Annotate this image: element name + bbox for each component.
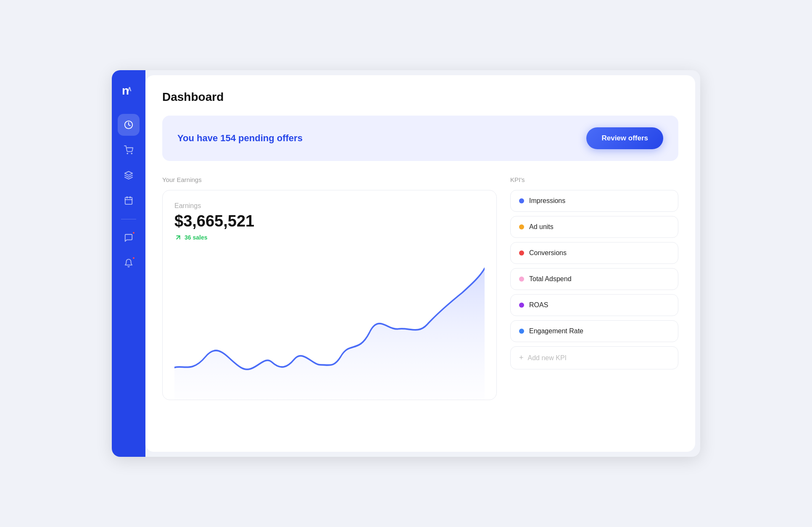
app-shell: n ∧ (112, 70, 700, 457)
sidebar-item-cart[interactable] (118, 139, 140, 161)
earnings-sales-count: 36 sales (185, 234, 208, 241)
earnings-card: Earnings $3,665,521 36 sales (162, 190, 497, 400)
pending-offers-banner: You have 154 pending offers Review offer… (162, 116, 678, 161)
kpi-dot-total-adspend (519, 277, 524, 282)
banner-message: You have 154 pending offers (177, 133, 303, 144)
sidebar-item-layers[interactable] (118, 164, 140, 186)
trend-up-icon (174, 234, 182, 241)
app-logo[interactable]: n ∧ (120, 82, 137, 100)
earnings-chart (174, 250, 485, 400)
sidebar-item-notifications[interactable] (118, 252, 140, 274)
sidebar-item-messages[interactable] (118, 227, 140, 249)
page-title: Dashboard (162, 90, 678, 104)
kpi-name-impressions: Impressions (529, 197, 565, 205)
review-offers-button[interactable]: Review offers (586, 127, 663, 149)
earnings-amount: $3,665,521 (174, 212, 485, 230)
svg-marker-5 (125, 171, 132, 175)
kpi-item-total-adspend[interactable]: Total Adspend (510, 268, 678, 290)
sidebar: n ∧ (112, 70, 145, 457)
kpi-item-conversions[interactable]: Conversions (510, 242, 678, 264)
kpi-name-conversions: Conversions (529, 249, 567, 257)
svg-line-10 (177, 236, 180, 239)
sidebar-item-calendar[interactable] (118, 190, 140, 211)
sidebar-divider (121, 219, 136, 219)
kpi-dot-ad-units (519, 224, 524, 229)
svg-point-3 (127, 153, 128, 154)
kpi-dot-impressions (519, 198, 524, 203)
kpi-add-label: Add new KPI (528, 354, 567, 362)
kpi-list: Impressions Ad units Conversions Total A… (510, 190, 678, 342)
notifications-notification-dot (132, 256, 135, 260)
kpi-section: KPI's Impressions Ad units Conversions T… (510, 176, 678, 400)
kpi-section-label: KPI's (510, 176, 678, 183)
svg-rect-6 (125, 198, 132, 205)
messages-notification-dot (132, 231, 135, 235)
earnings-card-label: Earnings (174, 202, 485, 210)
kpi-item-ad-units[interactable]: Ad units (510, 216, 678, 238)
kpi-dot-conversions (519, 250, 524, 256)
svg-point-4 (131, 153, 132, 154)
earnings-trend: 36 sales (174, 234, 485, 241)
kpi-name-ad-units: Ad units (529, 223, 554, 231)
kpi-name-total-adspend: Total Adspend (529, 275, 572, 283)
kpi-name-roas: ROAS (529, 301, 548, 309)
kpi-item-engagement-rate[interactable]: Engagement Rate (510, 320, 678, 342)
kpi-item-roas[interactable]: ROAS (510, 294, 678, 316)
main-content: Dashboard You have 154 pending offers Re… (145, 75, 695, 452)
kpi-plus-icon: + (519, 353, 524, 362)
kpi-name-engagement-rate: Engagement Rate (529, 327, 583, 335)
svg-text:∧: ∧ (127, 85, 132, 92)
content-grid: Your Earnings Earnings $3,665,521 36 sal… (162, 176, 678, 400)
kpi-add-button[interactable]: + Add new KPI (510, 346, 678, 369)
kpi-dot-engagement-rate (519, 329, 524, 334)
kpi-dot-roas (519, 303, 524, 308)
sidebar-nav (112, 114, 145, 274)
sidebar-item-dashboard[interactable] (118, 114, 140, 136)
kpi-item-impressions[interactable]: Impressions (510, 190, 678, 212)
earnings-section-label: Your Earnings (162, 176, 497, 183)
earnings-section: Your Earnings Earnings $3,665,521 36 sal… (162, 176, 497, 400)
